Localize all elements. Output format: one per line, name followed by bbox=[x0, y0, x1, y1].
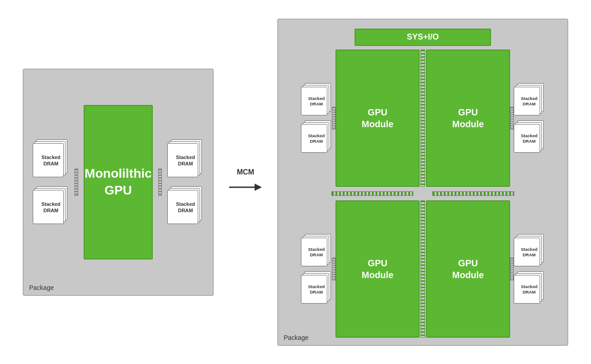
dram-label-sm: StackedDRAM bbox=[308, 133, 325, 144]
dram-card: StackedDRAM bbox=[167, 140, 204, 178]
left-diagram: Stacked DRAM StackedDRAM MonolilthicGPU bbox=[23, 69, 214, 296]
bottom-left-drams: StackedDRAM StackedDRAM bbox=[301, 234, 332, 304]
left-package-label: Package bbox=[29, 284, 54, 291]
dram-card-sm: StackedDRAM bbox=[514, 234, 545, 267]
monolithic-gpu-block: MonolilthicGPU bbox=[84, 105, 153, 259]
arrow-icon bbox=[227, 178, 264, 196]
left-dram-group: Stacked DRAM StackedDRAM bbox=[33, 140, 69, 225]
main-container: Stacked DRAM StackedDRAM MonolilthicGPU bbox=[5, 5, 586, 359]
dram-label-sm: StackedDRAM bbox=[521, 246, 537, 258]
sys-io-label: SYS+I/O bbox=[407, 32, 439, 42]
dram-card-sm: StackedDRAM bbox=[301, 83, 332, 116]
conn-strip bbox=[510, 107, 514, 130]
left-inner: Stacked DRAM StackedDRAM MonolilthicGPU bbox=[33, 105, 204, 259]
gpu-module-label: GPUModule bbox=[362, 106, 394, 130]
dram-card-sm: StackedDRAM bbox=[301, 234, 332, 267]
dram-card: StackedDRAM bbox=[167, 186, 204, 225]
dram-card-sm: StackedDRAM bbox=[514, 120, 545, 153]
dram-label-sm: StackedDRAM bbox=[521, 133, 537, 144]
left-connector bbox=[75, 169, 78, 196]
gpu-module-top-right: GPUModule bbox=[426, 50, 510, 187]
gpu-module-bottom-right: GPUModule bbox=[426, 200, 510, 338]
gpu-module-label: GPUModule bbox=[362, 257, 394, 281]
gpu-module-label: GPUModule bbox=[452, 106, 484, 130]
dram-label-sm: StackedDRAM bbox=[308, 284, 325, 295]
dram-label-sm: StackedDRAM bbox=[521, 95, 537, 107]
dram-card-sm: StackedDRAM bbox=[514, 271, 545, 304]
monolithic-gpu-label: MonolilthicGPU bbox=[85, 165, 152, 199]
right-dram-group: StackedDRAM StackedDRAM bbox=[167, 140, 204, 225]
gpu-top-row: StackedDRAM StackedDRAM GPUModule bbox=[285, 50, 560, 187]
dram-card-sm: StackedDRAM bbox=[514, 83, 545, 116]
dram-page bbox=[33, 143, 64, 177]
right-connector bbox=[158, 169, 162, 196]
conn-strip bbox=[510, 258, 514, 280]
gpu-bottom-row: StackedDRAM StackedDRAM GPUModule bbox=[285, 200, 560, 338]
gpu-module-bottom-left: GPUModule bbox=[336, 200, 420, 338]
conn-strip bbox=[332, 258, 336, 280]
right-package-label: Package bbox=[284, 334, 308, 341]
right-diagram: SYS+I/O StackedDRAM bbox=[277, 19, 568, 346]
dram-label-sm: StackedDRAM bbox=[308, 246, 325, 258]
gpu-module-label: GPUModule bbox=[452, 257, 484, 281]
dram-label-sm: StackedDRAM bbox=[308, 95, 325, 107]
sys-io-bar: SYS+I/O bbox=[355, 29, 491, 46]
bottom-right-drams: StackedDRAM StackedDRAM bbox=[514, 234, 545, 304]
dram-page bbox=[167, 143, 198, 177]
arrow-label: MCM bbox=[237, 168, 254, 176]
conn-strip bbox=[332, 107, 336, 130]
dram-card: Stacked DRAM bbox=[33, 140, 69, 178]
svg-marker-1 bbox=[255, 184, 262, 191]
top-right-drams: StackedDRAM StackedDRAM bbox=[514, 83, 545, 153]
dram-label-sm: StackedDRAM bbox=[521, 284, 537, 295]
gpu-grid-area: StackedDRAM StackedDRAM GPUModule bbox=[285, 50, 560, 338]
dram-page bbox=[167, 190, 198, 224]
dram-card-sm: StackedDRAM bbox=[301, 271, 332, 304]
dram-card-sm: StackedDRAM bbox=[301, 120, 332, 153]
gpu-module-top-left: GPUModule bbox=[336, 50, 420, 187]
arrow-container: MCM bbox=[227, 168, 264, 196]
dram-card: StackedDRAM bbox=[33, 186, 69, 225]
top-left-drams: StackedDRAM StackedDRAM bbox=[301, 83, 332, 153]
dram-page bbox=[33, 190, 64, 224]
